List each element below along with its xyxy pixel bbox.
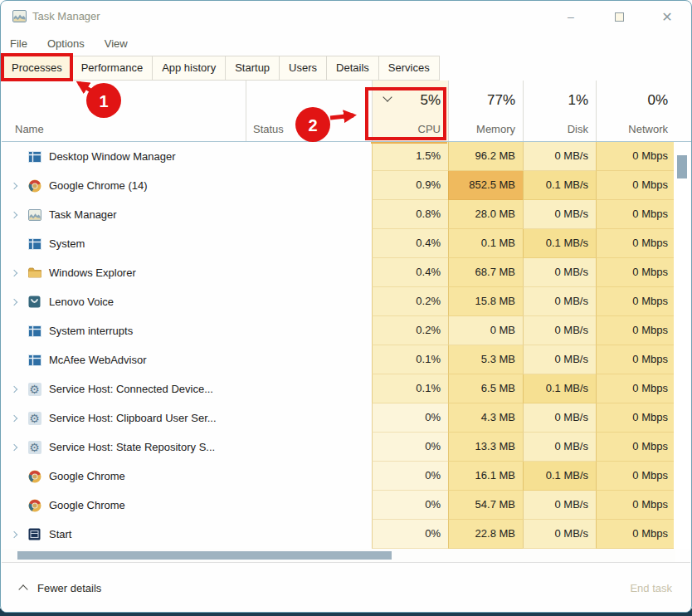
vertical-scrollbar-thumb[interactable]	[677, 155, 687, 178]
process-memory-value: 68.7 MB	[448, 258, 523, 287]
process-memory-value: 0.1 MB	[448, 229, 523, 258]
column-header-row: Name Status 5% CPU 77% Memory 1% Disk 0%…	[2, 81, 692, 142]
sort-descending-icon	[383, 92, 392, 101]
column-header-disk[interactable]: 1% Disk	[523, 81, 596, 141]
menu-file[interactable]: File	[10, 37, 27, 50]
column-header-memory[interactable]: 77% Memory	[448, 81, 523, 141]
process-row[interactable]: ⚙ Service Host: Clipboard User Ser... 0%…	[2, 403, 675, 433]
screen: Task Manager – ✕ File Options View Proce…	[0, 0, 692, 616]
process-name-cell: Google Chrome	[2, 491, 246, 520]
process-row[interactable]: Task Manager 0.8% 28.0 MB 0 MB/s 0 Mbps	[2, 200, 675, 229]
minimize-button[interactable]: –	[547, 1, 595, 32]
process-memory-value: 0 MB	[448, 316, 523, 345]
chevron-right-icon[interactable]	[9, 416, 27, 421]
fewer-details-toggle[interactable]: Fewer details	[20, 582, 101, 594]
process-name-cell: Windows Explorer	[2, 258, 246, 287]
chevron-right-icon[interactable]	[9, 532, 27, 537]
process-name: Service Host: State Repository S...	[49, 441, 215, 453]
process-row[interactable]: Google Chrome (14) 0.9% 852.5 MB 0.1 MB/…	[2, 171, 675, 200]
chevron-right-icon[interactable]	[9, 213, 27, 218]
close-button[interactable]: ✕	[643, 1, 691, 32]
chevron-right-icon[interactable]	[9, 183, 27, 188]
process-status	[246, 316, 372, 345]
process-row[interactable]: Windows Explorer 0.4% 68.7 MB 0 MB/s 0 M…	[2, 258, 675, 287]
chevron-right-icon[interactable]	[9, 300, 27, 305]
tab-users[interactable]: Users	[279, 56, 327, 81]
horizontal-scrollbar[interactable]	[2, 549, 675, 562]
chrome-icon	[27, 469, 41, 483]
process-cpu-value: 0%	[372, 520, 448, 549]
process-row[interactable]: Desktop Window Manager 1.5% 96.2 MB 0 MB…	[2, 142, 675, 171]
process-cpu-value: 0%	[372, 462, 448, 491]
menu-view[interactable]: View	[105, 37, 128, 50]
titlebar: Task Manager – ✕	[1, 1, 691, 32]
tab-bar: ProcessesPerformanceApp historyStartupUs…	[2, 54, 439, 81]
process-disk-value: 0 MB/s	[523, 433, 596, 462]
process-status	[246, 200, 372, 229]
process-cpu-value: 0%	[372, 491, 448, 520]
chevron-right-icon[interactable]	[9, 445, 27, 450]
process-network-value: 0 Mbps	[596, 462, 675, 491]
tab-performance[interactable]: Performance	[71, 56, 153, 81]
end-task-button[interactable]: End task	[630, 582, 672, 594]
process-name: Google Chrome	[49, 470, 125, 482]
process-disk-value: 0.1 MB/s	[523, 171, 596, 200]
tab-startup[interactable]: Startup	[225, 56, 280, 81]
tab-details[interactable]: Details	[326, 56, 379, 81]
gear-icon: ⚙	[27, 440, 41, 454]
process-status	[246, 374, 372, 403]
process-row[interactable]: System 0.4% 0.1 MB 0.1 MB/s 0 Mbps	[2, 229, 675, 258]
tab-processes[interactable]: Processes	[2, 54, 72, 81]
chevron-right-icon[interactable]	[9, 387, 27, 392]
process-name-cell: Google Chrome (14)	[2, 171, 246, 200]
process-name: McAfee WebAdvisor	[49, 354, 147, 366]
process-name: Windows Explorer	[49, 266, 136, 279]
process-row[interactable]: McAfee WebAdvisor 0.1% 5.3 MB 0 MB/s 0 M…	[2, 345, 675, 374]
column-header-name[interactable]: Name	[2, 81, 246, 141]
process-row[interactable]: Lenovo Voice 0.2% 15.8 MB 0 MB/s 0 Mbps	[2, 287, 675, 316]
process-network-value: 0 Mbps	[596, 316, 675, 345]
process-status	[246, 433, 372, 462]
maximize-icon	[615, 12, 624, 22]
process-row[interactable]: ⚙ Service Host: Connected Device... 0.1%…	[2, 374, 675, 403]
maximize-button[interactable]	[595, 1, 643, 32]
process-network-value: 0 Mbps	[596, 171, 675, 200]
process-memory-value: 54.7 MB	[448, 491, 523, 520]
process-name: Service Host: Clipboard User Ser...	[49, 412, 217, 424]
process-row[interactable]: Start 0% 22.8 MB 0 MB/s 0 Mbps	[2, 520, 675, 549]
process-network-value: 0 Mbps	[596, 345, 675, 374]
window-icon	[27, 353, 41, 367]
process-status	[246, 491, 372, 520]
process-name-cell: Start	[2, 520, 246, 549]
process-memory-value: 4.3 MB	[448, 403, 523, 433]
process-cpu-value: 0.1%	[372, 374, 448, 403]
process-disk-value: 0 MB/s	[523, 287, 596, 316]
column-header-cpu[interactable]: 5% CPU	[372, 81, 448, 141]
process-row[interactable]: Google Chrome 0% 16.1 MB 0.1 MB/s 0 Mbps	[2, 462, 675, 491]
process-status	[246, 171, 372, 200]
chevron-right-icon[interactable]	[9, 271, 27, 276]
task-manager-app-icon	[12, 10, 27, 22]
tab-app-history[interactable]: App history	[152, 56, 226, 81]
process-status	[246, 258, 372, 287]
vertical-scrollbar[interactable]	[674, 142, 690, 549]
process-list: Desktop Window Manager 1.5% 96.2 MB 0 MB…	[2, 142, 675, 549]
process-disk-value: 0 MB/s	[523, 345, 596, 374]
process-name: Service Host: Connected Device...	[49, 383, 213, 395]
menu-options[interactable]: Options	[47, 37, 85, 50]
window-controls: – ✕	[547, 1, 691, 32]
process-memory-value: 16.1 MB	[448, 462, 523, 491]
gear-icon: ⚙	[27, 382, 41, 396]
process-row[interactable]: ⚙ Service Host: State Repository S... 0%…	[2, 433, 675, 462]
process-memory-value: 852.5 MB	[448, 171, 523, 200]
column-header-status[interactable]: Status	[246, 81, 372, 141]
tab-services[interactable]: Services	[378, 56, 440, 81]
process-cpu-value: 0.8%	[372, 200, 448, 229]
process-disk-value: 0.1 MB/s	[523, 229, 596, 258]
process-row[interactable]: System interrupts 0.2% 0 MB 0 MB/s 0 Mbp…	[2, 316, 675, 345]
column-header-network[interactable]: 0% Network	[596, 81, 675, 141]
process-cpu-value: 0.4%	[372, 229, 448, 258]
process-row[interactable]: Google Chrome 0% 54.7 MB 0 MB/s 0 Mbps	[2, 491, 675, 520]
horizontal-scrollbar-thumb[interactable]	[17, 551, 392, 560]
process-cpu-value: 0.1%	[372, 345, 448, 374]
